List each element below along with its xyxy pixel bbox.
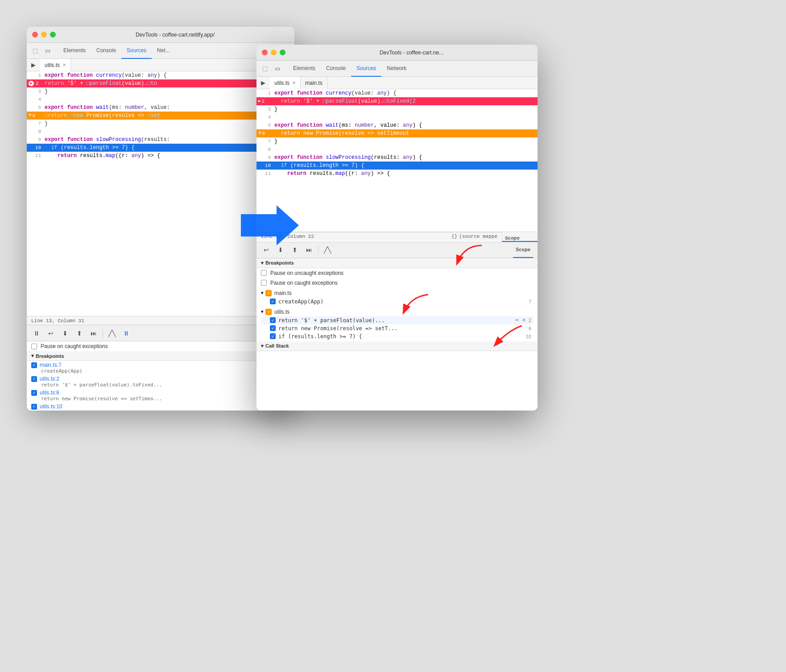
deactivate-btn-2[interactable]: ╱╲ <box>322 245 333 255</box>
device-icon-2[interactable]: ▭ <box>273 64 282 74</box>
bp-cb-utils2-1[interactable]: ✓ <box>31 376 37 382</box>
bp-group-utils-name-2: utils.ts <box>274 309 290 315</box>
bp-code-utils2-2: return '$' + parseFloat(value)... <box>278 317 513 324</box>
pause-caught-label-1: Pause on caught exceptions <box>41 343 108 349</box>
bp-group-main-toggle-2[interactable]: ▾ <box>261 290 264 296</box>
bp-cb-main-1[interactable]: ✓ <box>31 362 37 368</box>
scope-tab-2[interactable]: Scope <box>513 242 533 258</box>
bp-file-icon-utils-2: ⚡ <box>265 309 272 315</box>
bp-item-utils6-1: ✓ utils.ts:6 return new Promise(resolve … <box>27 389 294 402</box>
bp-code-utils2-1: return '$' + parseFloat(value).toFixed..… <box>41 382 290 388</box>
bp-triangle-2: ▾ <box>261 260 264 266</box>
sidebar-toggle-2[interactable]: ▶ <box>258 78 268 88</box>
code-line-1-3: 3 } <box>27 87 294 95</box>
bp-cb-utils10-2[interactable]: ✓ <box>270 333 276 339</box>
code-line-1-5: 5 export function wait(ms: number, value… <box>27 104 294 112</box>
minimize-button-1[interactable] <box>41 32 47 37</box>
pause-caught-cb-2[interactable] <box>261 280 267 286</box>
scope-panel-2: Scope <box>502 232 538 242</box>
bp-item-main-1: ✓ main.ts:7 createApp(App) <box>27 361 294 375</box>
code-line-2-11: 11 return results.map((r: any) => { <box>256 170 538 178</box>
cursor-icon[interactable]: ⬚ <box>30 46 40 56</box>
bp-line-utils6-2: 6 <box>529 326 531 331</box>
bp-item-utils2-1: ✓ utils.ts:2 return '$' + parseFloat(val… <box>27 375 294 389</box>
file-tab-name-1: utils.ts <box>45 62 60 68</box>
bp-line-createapp-2: 7 <box>529 299 531 304</box>
bp-edit-utils2-2[interactable]: ✏ <box>515 317 519 323</box>
tab-console-1[interactable]: Console <box>91 43 121 59</box>
bp-cb-utils2-2[interactable]: ✓ <box>270 317 276 323</box>
red-arrow-1 <box>451 243 486 272</box>
tab-sources-2[interactable]: Sources <box>351 61 381 77</box>
step-over-btn-1[interactable]: ⏭ <box>88 328 99 339</box>
code-line-2-1: 1 export function currency(value: any) { <box>256 89 538 97</box>
tab-sources-1[interactable]: Sources <box>121 43 152 59</box>
pause-btn-1[interactable]: ⏸ <box>31 328 42 339</box>
code-line-2-2: ▶2 return '$' + □parseFloat(value).□toFi… <box>256 97 538 105</box>
step-over-btn-2[interactable]: ⏭ <box>304 245 314 255</box>
tab-network-2[interactable]: Network <box>381 61 412 77</box>
bp-file-utils2-1: ✓ utils.ts:2 <box>31 376 290 382</box>
code-line-1-1: 1 export function currency(value: any) { <box>27 71 294 79</box>
code-line-1-8: 8 <box>27 128 294 136</box>
bp-code-main-1: createApp(App) <box>41 368 290 374</box>
step-back-btn-1[interactable]: ↩ <box>46 328 56 339</box>
bp-group-main-name-2: main.ts <box>274 290 292 296</box>
file-tabs-1: ▶ utils.ts ✕ <box>27 59 294 71</box>
file-tab-utils-1[interactable]: utils.ts ✕ <box>40 59 71 71</box>
code-line-2-8: 8 <box>256 145 538 153</box>
source-map-2: (source mappe <box>459 234 497 239</box>
file-tab-utils-2[interactable]: utils.ts ✕ <box>270 77 301 89</box>
bp-cb-utils10-1[interactable]: ✓ <box>31 404 37 410</box>
tab-network-1[interactable]: Net... <box>152 43 175 59</box>
bp-file-main-1: ✓ main.ts:7 <box>31 362 290 368</box>
titlebar-1: DevTools - coffee-cart.netlify.app/ <box>27 27 294 43</box>
sidebar-toggle-1[interactable]: ▶ <box>29 60 38 70</box>
breakpoints-header-1: ▾ Breakpoints <box>27 351 294 361</box>
maximize-button-2[interactable] <box>280 50 285 55</box>
bp-group-utils-toggle-2[interactable]: ▾ <box>261 309 264 315</box>
bp-cb-createapp-2[interactable]: ✓ <box>270 299 276 304</box>
deactivate-btn-1[interactable]: ╱╲ <box>107 328 117 339</box>
pause-uncaught-cb-2[interactable] <box>261 270 267 276</box>
maximize-button-1[interactable] <box>50 32 56 37</box>
bp-delete-utils2-2[interactable]: ✕ <box>522 317 526 323</box>
bp-cb-utils6-2[interactable]: ✓ <box>270 325 276 331</box>
bp-filename-utils2-1: utils.ts:2 <box>40 376 59 382</box>
pause-async-btn-1[interactable]: ⏸ <box>121 328 132 339</box>
breakpoints-header-2: ▾ Breakpoints <box>256 258 538 268</box>
tab-icons-2: ⬚ ▭ <box>260 64 282 74</box>
bp-item-utils10-1: ✓ utils.ts:10 <box>27 402 294 411</box>
tab-elements-2[interactable]: Elements <box>288 61 321 77</box>
close-button-1[interactable] <box>32 32 38 37</box>
step-out-btn-1[interactable]: ⬆ <box>74 328 85 339</box>
step-into-btn-1[interactable]: ⬇ <box>60 328 70 339</box>
titlebar-2: DevTools - coffee-cart.ne... <box>256 45 538 61</box>
device-icon[interactable]: ▭ <box>43 46 53 56</box>
devtools-tabs-2: ⬚ ▭ Elements Console Sources Network <box>256 61 538 77</box>
cursor-icon-2[interactable]: ⬚ <box>260 64 270 74</box>
bp-file-icon-main-2: ⚡ <box>265 290 272 296</box>
pause-caught-cb-1[interactable] <box>31 344 37 349</box>
file-tab-close-utils-2[interactable]: ✕ <box>292 80 296 85</box>
code-line-2-5: 5 export function wait(ms: number, value… <box>256 121 538 129</box>
traffic-lights-1 <box>32 32 56 37</box>
file-tab-close-1[interactable]: ✕ <box>62 62 66 67</box>
bp-filename-utils10-1: utils.ts:10 <box>40 403 62 410</box>
bp-file-utils10-1: ✓ utils.ts:10 <box>31 403 290 410</box>
bp-cb-utils6-1[interactable]: ✓ <box>31 390 37 396</box>
tab-elements-1[interactable]: Elements <box>58 43 91 59</box>
tab-console-2[interactable]: Console <box>321 61 351 77</box>
minimize-button-2[interactable] <box>271 50 277 55</box>
code-lines-1: 1 export function currency(value: any) {… <box>27 71 294 316</box>
call-stack-triangle-2: ▾ <box>261 343 264 349</box>
code-line-2-9: 9 export function slowProcessing(results… <box>256 153 538 162</box>
bp-line-utils2-2: 2 <box>529 318 531 323</box>
file-tab-main-2[interactable]: main.ts <box>301 77 327 89</box>
breakpoint-dot-2: ▶ <box>29 81 34 86</box>
tab-icons-1: ⬚ ▭ <box>30 46 53 56</box>
file-tab-name-main-2: main.ts <box>305 80 323 86</box>
close-button-2[interactable] <box>262 50 268 55</box>
traffic-lights-2 <box>262 50 285 55</box>
bp-line-utils10-2: 10 <box>526 334 531 339</box>
